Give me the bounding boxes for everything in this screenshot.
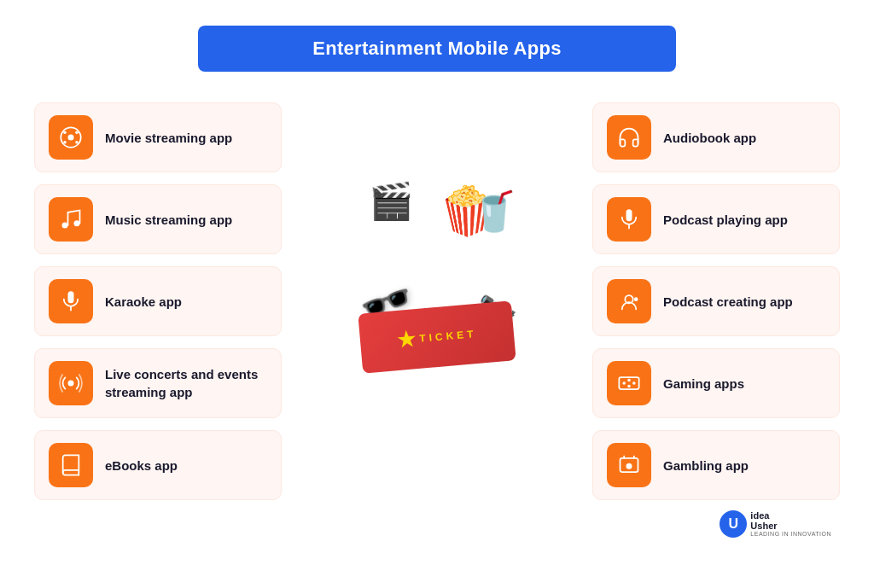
card-podcast-creating: Podcast creating app bbox=[592, 266, 840, 336]
svg-point-19 bbox=[626, 463, 632, 469]
card-podcast-playing: Podcast playing app bbox=[592, 184, 840, 254]
svg-point-4 bbox=[63, 141, 67, 144]
svg-point-17 bbox=[632, 381, 636, 385]
ticket-icon: TICKET bbox=[358, 300, 516, 373]
center-image: 🍿 🥤 🕶️ 🔭 🎬 TICKET bbox=[299, 102, 575, 444]
svg-point-1 bbox=[68, 135, 74, 141]
card-label-live-concerts: Live concerts and events streaming app bbox=[105, 365, 267, 401]
svg-point-9 bbox=[68, 381, 74, 387]
card-ebooks: eBooks app bbox=[34, 430, 282, 500]
card-karaoke: Karaoke app bbox=[34, 266, 282, 336]
svg-point-15 bbox=[627, 379, 631, 382]
right-column: Audiobook appPodcast playing appPodcast … bbox=[592, 102, 840, 500]
cup-icon: 🥤 bbox=[470, 192, 518, 230]
svg-point-7 bbox=[74, 220, 80, 226]
card-label-karaoke: Karaoke app bbox=[105, 293, 182, 311]
svg-point-5 bbox=[75, 141, 79, 144]
card-gambling: Gambling app bbox=[592, 430, 840, 500]
logo-area: U idea Usher LEADING IN INNOVATION bbox=[34, 510, 840, 538]
svg-point-16 bbox=[627, 385, 631, 388]
logo-icon: U bbox=[720, 510, 747, 538]
logo-text: idea Usher LEADING IN INNOVATION bbox=[750, 510, 831, 538]
headphone-icon bbox=[607, 115, 651, 160]
card-label-gambling: Gambling app bbox=[663, 457, 749, 474]
microphone-icon bbox=[49, 279, 93, 323]
card-live-concerts: Live concerts and events streaming app bbox=[34, 348, 282, 418]
svg-point-12 bbox=[634, 297, 638, 301]
left-column: Movie streaming appMusic streaming appKa… bbox=[34, 102, 282, 500]
movie-icon bbox=[49, 115, 93, 160]
brand-logo: U idea Usher LEADING IN INNOVATION bbox=[720, 510, 831, 538]
page-title: Entertainment Mobile Apps bbox=[249, 38, 625, 60]
podcast-play-icon bbox=[607, 197, 651, 242]
podcast-create-icon bbox=[607, 279, 651, 323]
card-label-movie-streaming: Movie streaming app bbox=[105, 129, 232, 147]
svg-point-3 bbox=[75, 131, 79, 134]
card-label-music-streaming: Music streaming app bbox=[105, 211, 232, 229]
card-audiobook: Audiobook app bbox=[592, 102, 840, 172]
gamepad-icon bbox=[607, 361, 651, 405]
card-label-podcast-creating: Podcast creating app bbox=[663, 293, 793, 311]
cards-icon bbox=[607, 443, 651, 487]
title-bar: Entertainment Mobile Apps bbox=[198, 26, 676, 72]
book-icon bbox=[49, 443, 93, 487]
card-label-ebooks: eBooks app bbox=[105, 457, 178, 474]
card-label-podcast-playing: Podcast playing app bbox=[663, 211, 788, 229]
card-movie-streaming: Movie streaming app bbox=[34, 102, 282, 172]
center-illustration: 🍿 🥤 🕶️ 🔭 🎬 TICKET bbox=[352, 179, 522, 367]
svg-point-14 bbox=[622, 381, 626, 385]
svg-point-2 bbox=[63, 131, 67, 134]
card-label-gaming: Gaming apps bbox=[663, 375, 744, 393]
clapper-icon: 🎬 bbox=[369, 183, 413, 219]
svg-point-6 bbox=[62, 223, 68, 229]
card-music-streaming: Music streaming app bbox=[34, 184, 282, 254]
card-label-audiobook: Audiobook app bbox=[663, 129, 756, 147]
content-area: Movie streaming appMusic streaming appKa… bbox=[34, 102, 840, 500]
music-icon bbox=[49, 197, 93, 242]
card-gaming: Gaming apps bbox=[592, 348, 840, 418]
broadcast-icon bbox=[49, 361, 93, 405]
